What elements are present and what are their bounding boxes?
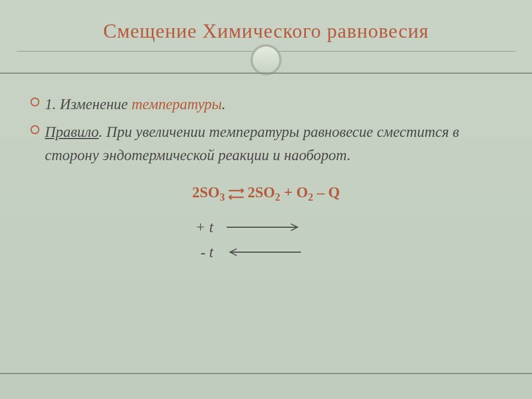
bullet-2-text: Правило. При увеличении температуры равн… bbox=[45, 121, 502, 167]
equation-block: 2SO3 ⟶ ⟵ 2SO2 + O2 – Q bbox=[30, 184, 502, 203]
arrow-left-icon bbox=[226, 247, 303, 257]
temp-minus-row: - t bbox=[191, 244, 502, 261]
bullet-icon bbox=[30, 125, 39, 134]
eq-right: 2SO2 + O2 – Q bbox=[248, 184, 340, 203]
arrow-right-icon bbox=[226, 222, 303, 232]
temp-minus-label: - t bbox=[191, 244, 213, 261]
temperature-block: + t - t bbox=[191, 219, 502, 261]
temp-plus-row: + t bbox=[191, 219, 502, 236]
temp-plus-label: + t bbox=[191, 219, 213, 236]
chemical-equation: 2SO3 ⟶ ⟵ 2SO2 + O2 – Q bbox=[192, 184, 340, 203]
bullet-1-text: 1. Изменение температуры. bbox=[45, 93, 226, 116]
bullet-1-highlight: температуры bbox=[132, 96, 222, 112]
equilibrium-arrows-icon: ⟶ ⟵ bbox=[228, 187, 244, 200]
slide: Смещение Химического равновесия 1. Измен… bbox=[0, 0, 532, 399]
bullet-1-suffix: . bbox=[222, 96, 226, 112]
bullet-1-prefix: 1. Изменение bbox=[45, 96, 132, 112]
page-title: Смещение Химического равновесия bbox=[0, 0, 532, 51]
bullet-icon bbox=[30, 98, 39, 106]
bullet-2-rule-label: Правило bbox=[45, 124, 99, 140]
eq-left: 2SO3 bbox=[192, 184, 225, 203]
bullet-2-rule-text: . При увеличении температуры равновесие … bbox=[45, 124, 459, 163]
content-area: 1. Изменение температуры. Правило. При у… bbox=[0, 73, 532, 374]
divider-circle-decoration bbox=[250, 44, 282, 75]
bullet-item-1: 1. Изменение температуры. bbox=[30, 93, 502, 116]
bullet-item-2: Правило. При увеличении температуры равн… bbox=[30, 121, 502, 167]
